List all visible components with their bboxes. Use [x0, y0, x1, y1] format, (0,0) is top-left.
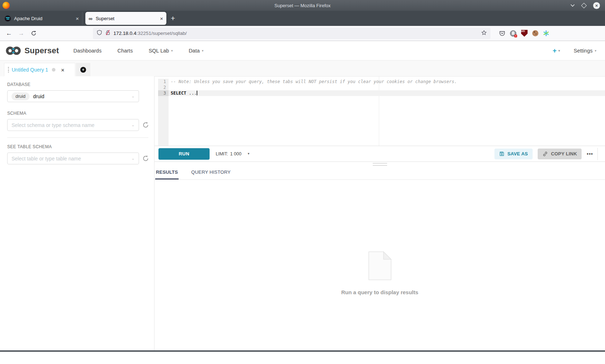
- run-button[interactable]: RUN: [158, 148, 210, 160]
- sql-toolbar: RUN LIMIT: 1 000 ▼ SAVE AS COPY LINK •••: [154, 146, 605, 162]
- query-tab-untitled-1[interactable]: Untitled Query 1 ×: [4, 63, 75, 76]
- lock-insecure-icon[interactable]: [105, 29, 111, 37]
- add-query-tab-button[interactable]: +: [76, 63, 90, 76]
- browser-tab-title: Superset: [96, 16, 115, 21]
- save-icon: [499, 151, 505, 156]
- druid-favicon: [5, 15, 11, 22]
- url-path: :32251/superset/sqllab/: [136, 31, 187, 36]
- line-number: 1: [158, 79, 169, 85]
- maximize-icon[interactable]: [581, 3, 587, 8]
- empty-document-icon: [368, 251, 392, 281]
- minimize-icon[interactable]: [570, 4, 575, 7]
- browser-tab-title: Apache Druid: [14, 16, 42, 21]
- sql-code-rest: ...: [186, 91, 197, 96]
- chevron-down-icon: ▾: [559, 49, 560, 53]
- limit-label: LIMIT:: [216, 151, 228, 156]
- schema-input[interactable]: [12, 122, 131, 128]
- sql-comment-line: -- Note: Unless you save your query, the…: [169, 79, 605, 85]
- database-value: druid: [33, 94, 44, 99]
- superset-favicon: ∞: [89, 16, 93, 21]
- pane-drag-handle[interactable]: [373, 163, 387, 166]
- results-header: RESULTS QUERY HISTORY: [154, 162, 605, 180]
- window-bottom-edge: [0, 350, 605, 352]
- forward-icon[interactable]: →: [16, 28, 27, 39]
- tab-query-history[interactable]: QUERY HISTORY: [191, 169, 231, 179]
- url-text[interactable]: 172.18.0.4:32251/superset/sqllab/: [113, 31, 478, 36]
- back-icon[interactable]: ←: [4, 28, 14, 39]
- tab-close-icon[interactable]: ×: [160, 15, 163, 22]
- table-schema-label: SEE TABLE SCHEMA: [7, 144, 154, 149]
- panel-divider: [7, 137, 148, 138]
- chevron-down-icon: ▾: [595, 49, 596, 53]
- empty-state-text: Run a query to display results: [341, 289, 418, 295]
- tab-results[interactable]: RESULTS: [155, 169, 179, 179]
- reload-icon[interactable]: [28, 28, 39, 39]
- superset-logo[interactable]: Superset: [5, 45, 59, 56]
- window-title: Superset — Mozilla Firefox: [0, 3, 605, 8]
- ublock-origin-icon[interactable]: UO: [521, 30, 528, 37]
- database-label: DATABASE: [7, 82, 154, 87]
- nav-charts[interactable]: Charts: [117, 48, 133, 54]
- url-host: 172.18.0.4: [113, 31, 136, 36]
- superset-logo-icon: [5, 45, 22, 56]
- line-number: 3: [158, 90, 169, 96]
- database-select[interactable]: druid druid ⌄: [7, 90, 139, 102]
- copy-link-button[interactable]: COPY LINK: [538, 149, 582, 159]
- chevron-down-icon: ▾: [202, 49, 204, 53]
- browser-tab-apache-druid[interactable]: Apache Druid ×: [1, 12, 82, 25]
- limit-dropdown[interactable]: LIMIT: 1 000 ▼: [216, 151, 250, 156]
- query-tabstrip: Untitled Query 1 × +: [0, 60, 605, 76]
- line-number: 2: [158, 85, 169, 90]
- sqllab-left-panel: DATABASE druid druid ⌄ SCHEMA ⌄ SEE TABL…: [0, 76, 154, 350]
- editor-gutter: [158, 96, 169, 146]
- refresh-tables-icon[interactable]: [142, 155, 149, 162]
- asterisk-extension-icon[interactable]: [543, 30, 549, 36]
- nav-sql-lab[interactable]: SQL Lab▾: [149, 48, 173, 54]
- url-bar[interactable]: 172.18.0.4:32251/superset/sqllab/: [93, 28, 490, 39]
- superset-navbar: Superset Dashboards Charts SQL Lab▾ Data…: [0, 41, 605, 60]
- query-status-dot: [52, 68, 55, 72]
- drag-dots-icon[interactable]: [8, 67, 9, 73]
- refresh-schemas-icon[interactable]: [142, 122, 149, 128]
- query-tab-label: Untitled Query 1: [12, 67, 48, 73]
- new-tab-button[interactable]: +: [171, 14, 175, 23]
- shield-icon[interactable]: [97, 29, 102, 37]
- schema-select[interactable]: ⌄: [7, 119, 139, 131]
- table-select[interactable]: ⌄: [7, 153, 139, 164]
- chevron-down-icon: ⌄: [131, 123, 135, 127]
- pocket-icon[interactable]: [499, 30, 505, 36]
- nav-data[interactable]: Data▾: [189, 48, 203, 54]
- database-type-pill: druid: [12, 92, 30, 100]
- privacy-extension-icon[interactable]: ✕: [510, 30, 516, 37]
- sql-blank-line: [169, 85, 605, 90]
- cookie-extension-icon[interactable]: [532, 30, 538, 36]
- chevron-down-icon: ⌄: [131, 156, 135, 161]
- nav-dashboards[interactable]: Dashboards: [73, 48, 102, 54]
- link-icon: [542, 151, 548, 157]
- tab-close-icon[interactable]: ×: [76, 15, 79, 22]
- settings-menu[interactable]: Settings▾: [574, 48, 596, 54]
- sql-code-line: SELECT ...: [169, 90, 605, 96]
- results-pane: Run a query to display results: [154, 180, 605, 350]
- bookmark-star-icon[interactable]: [481, 30, 487, 37]
- browser-tabstrip: Apache Druid × ∞ Superset × +: [0, 11, 605, 26]
- toolbar-divider: [597, 148, 598, 160]
- query-tab-close-icon[interactable]: ×: [61, 67, 64, 73]
- limit-value: 1 000: [230, 151, 241, 156]
- save-as-button[interactable]: SAVE AS: [494, 149, 533, 159]
- window-titlebar: Superset — Mozilla Firefox ×: [0, 0, 605, 11]
- brand-name: Superset: [24, 46, 59, 55]
- browser-toolbar: ← → 172.18.0.4:32251/superset/sqllab/ ✕ …: [0, 26, 605, 41]
- more-options-button[interactable]: •••: [587, 151, 593, 157]
- close-window-icon[interactable]: ×: [593, 2, 600, 9]
- sql-keyword: SELECT: [171, 91, 186, 96]
- table-input[interactable]: [12, 156, 131, 161]
- chevron-down-icon: ▾: [171, 49, 173, 53]
- text-cursor: [197, 91, 197, 95]
- plus-circle-icon: +: [80, 67, 86, 73]
- add-new-button[interactable]: +▾: [552, 47, 560, 55]
- browser-tab-superset[interactable]: ∞ Superset ×: [85, 12, 166, 25]
- chevron-down-icon: ⌄: [131, 94, 135, 99]
- sql-editor[interactable]: 1 -- Note: Unless you save your query, t…: [154, 76, 605, 146]
- chevron-down-icon: ▼: [247, 152, 250, 155]
